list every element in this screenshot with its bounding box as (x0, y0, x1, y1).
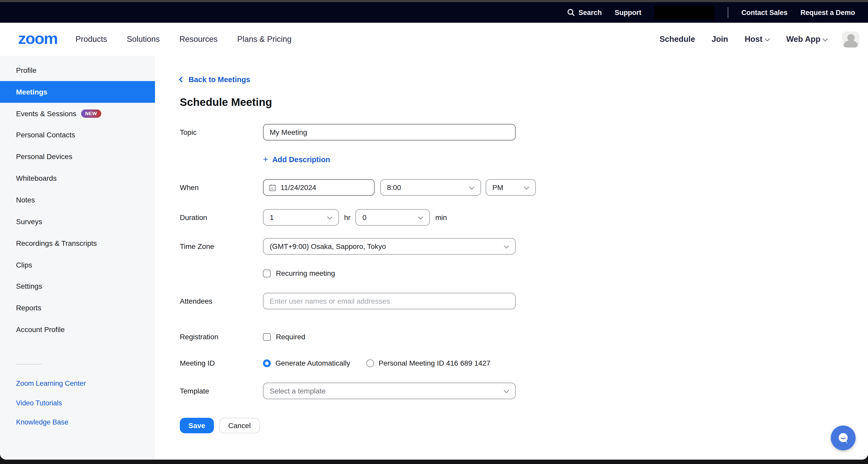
sidebar-item-recordings-transcripts[interactable]: Recordings & Transcripts (0, 232, 155, 254)
template-label: Template (180, 387, 263, 395)
nav-item-solutions[interactable]: Solutions (127, 35, 160, 44)
user-avatar[interactable] (842, 31, 859, 47)
save-button[interactable]: Save (180, 418, 214, 433)
sidebar-link-knowledge-base[interactable]: Knowledge Base (0, 412, 155, 432)
chevron-down-icon (504, 388, 509, 393)
attendees-input[interactable] (263, 293, 516, 309)
personal-meeting-id-label[interactable]: Personal Meeting ID 416 689 1427 (379, 359, 491, 367)
topic-input[interactable] (263, 124, 516, 140)
sidebar-divider (16, 364, 42, 365)
nav-item-products[interactable]: Products (75, 35, 107, 44)
timezone-label: Time Zone (180, 242, 263, 251)
attendees-label: Attendees (180, 297, 263, 305)
sidebar-item-surveys[interactable]: Surveys (0, 211, 155, 232)
calendar-icon (269, 184, 276, 191)
duration-label: Duration (180, 213, 263, 222)
nav-item-schedule[interactable]: Schedule (659, 35, 695, 44)
cancel-button[interactable]: Cancel (219, 418, 260, 433)
support-link[interactable]: Support (615, 8, 642, 16)
nav-item-resources[interactable]: Resources (179, 35, 218, 44)
sidebar-item-clips[interactable]: Clips (0, 254, 155, 275)
search-label: Search (579, 8, 602, 16)
sidebar: Profile Meetings Events & SessionsNEW Pe… (0, 56, 155, 460)
attendees-row: Attendees (180, 293, 868, 309)
sidebar-item-meetings[interactable]: Meetings (0, 81, 155, 103)
sidebar-item-reports[interactable]: Reports (0, 297, 155, 319)
chat-support-button[interactable] (831, 426, 856, 450)
search-button[interactable]: Search (566, 8, 602, 16)
duration-hours-select[interactable]: 1 (263, 209, 339, 226)
date-value: 11/24/2024 (281, 183, 316, 192)
new-badge: NEW (81, 109, 101, 118)
sidebar-item-settings[interactable]: Settings (0, 275, 155, 297)
plus-icon: + (263, 155, 268, 164)
registration-row: Registration Required (180, 333, 868, 341)
time-select[interactable]: 8:00 (380, 179, 481, 196)
avatar-person-icon (847, 34, 854, 41)
chevron-down-icon (469, 184, 474, 189)
chevron-down-icon (823, 36, 828, 41)
meeting-id-label: Meeting ID (180, 359, 263, 367)
nav-menu: Products Solutions Resources Plans & Pri… (75, 35, 291, 44)
topic-row: Topic (180, 124, 868, 140)
generate-automatically-label[interactable]: Generate Automatically (275, 359, 350, 367)
recurring-meeting-label: Recurring meeting (276, 269, 335, 277)
generate-automatically-radio[interactable] (263, 359, 271, 367)
registration-required-checkbox[interactable] (263, 333, 271, 340)
request-demo-link[interactable]: Request a Demo (800, 8, 855, 16)
when-label: When (180, 183, 263, 192)
personal-meeting-id-radio[interactable] (366, 359, 374, 367)
recurring-meeting-checkbox[interactable] (263, 269, 271, 277)
main-navbar: zoom Products Solutions Resources Plans … (0, 23, 868, 56)
chevron-down-icon (524, 184, 529, 189)
app-window: Search Support Contact Sales Request a D… (0, 0, 868, 460)
template-select[interactable]: Select a template (263, 383, 516, 399)
add-description-button[interactable]: + Add Description (263, 155, 330, 164)
topbar-divider (728, 7, 728, 18)
form-actions: Save Cancel (180, 418, 868, 433)
date-input[interactable]: 11/24/2024 (263, 179, 375, 196)
browser-viewport: Search Support Contact Sales Request a D… (0, 0, 868, 464)
chevron-down-icon (504, 243, 509, 248)
hours-unit-label: hr (344, 213, 350, 222)
minutes-unit-label: min (435, 213, 447, 222)
nav-item-plans-pricing[interactable]: Plans & Pricing (237, 35, 291, 44)
sidebar-item-personal-devices[interactable]: Personal Devices (0, 146, 155, 168)
chevron-down-icon (327, 214, 332, 219)
marketing-topbar: Search Support Contact Sales Request a D… (0, 2, 868, 23)
sidebar-item-notes[interactable]: Notes (0, 189, 155, 211)
ampm-select[interactable]: PM (486, 179, 536, 196)
sidebar-link-video-tutorials[interactable]: Video Tutorials (0, 393, 155, 412)
sidebar-item-whiteboards[interactable]: Whiteboards (0, 167, 155, 189)
contact-sales-link[interactable]: Contact Sales (741, 8, 788, 16)
topic-label: Topic (180, 128, 263, 136)
registration-required-label: Required (276, 333, 305, 341)
when-row: When 11/24/2024 8:00 PM (180, 179, 868, 196)
meeting-id-row: Meeting ID Generate Automatically Person… (180, 359, 868, 367)
zoom-logo[interactable]: zoom (18, 30, 57, 48)
back-to-meetings-link[interactable]: Back to Meetings (180, 75, 250, 84)
sidebar-item-account-profile[interactable]: Account Profile (0, 319, 155, 340)
nav-item-host[interactable]: Host (745, 35, 770, 44)
sidebar-item-events-sessions[interactable]: Events & SessionsNEW (0, 102, 155, 124)
timezone-row: Time Zone (GMT+9:00) Osaka, Sapporo, Tok… (180, 238, 868, 255)
duration-minutes-select[interactable]: 0 (356, 209, 430, 226)
chevron-left-icon (179, 77, 185, 82)
chevron-down-icon (765, 36, 770, 41)
template-row: Template Select a template (180, 383, 868, 399)
nav-item-join[interactable]: Join (712, 35, 728, 44)
chevron-down-icon (418, 214, 424, 219)
chat-bubble-icon (835, 430, 851, 446)
add-description-row: + Add Description (180, 155, 868, 164)
timezone-select[interactable]: (GMT+9:00) Osaka, Sapporo, Tokyo (263, 238, 516, 255)
search-icon (566, 8, 575, 16)
main-content: Back to Meetings Schedule Meeting Topic … (155, 56, 868, 460)
sidebar-item-personal-contacts[interactable]: Personal Contacts (0, 124, 155, 146)
sidebar-item-profile[interactable]: Profile (0, 59, 155, 81)
recurring-row: Recurring meeting (180, 269, 868, 277)
sidebar-link-learning-center[interactable]: Zoom Learning Center (0, 374, 155, 393)
nav-item-web-app[interactable]: Web App (786, 35, 828, 44)
redacted-account-block (654, 5, 715, 20)
nav-actions: Schedule Join Host Web App (659, 31, 859, 47)
page-title: Schedule Meeting (180, 96, 868, 108)
